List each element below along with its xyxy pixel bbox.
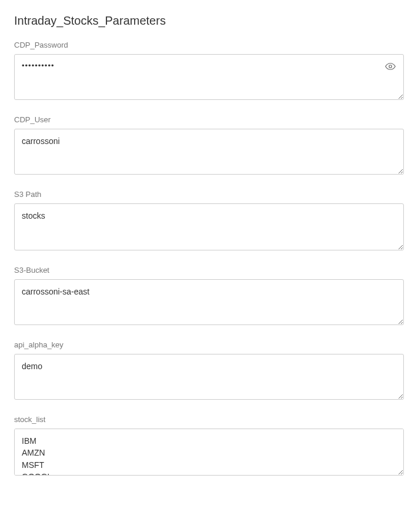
field-s3-bucket: S3-Bucket [14, 266, 404, 327]
input-api-alpha-key[interactable] [14, 354, 404, 400]
field-stock-list: stock_list [14, 415, 404, 478]
input-stock-list[interactable] [14, 429, 404, 476]
input-cdp-user[interactable] [14, 129, 404, 175]
svg-point-0 [389, 65, 392, 68]
input-s3-path[interactable] [14, 203, 404, 250]
label-s3-bucket: S3-Bucket [14, 266, 404, 275]
label-stock-list: stock_list [14, 415, 404, 424]
field-cdp-user: CDP_User [14, 115, 404, 177]
label-cdp-user: CDP_User [14, 115, 404, 124]
field-cdp-password: CDP_Password [14, 41, 404, 102]
input-wrapper-cdp-password [14, 54, 404, 102]
field-s3-path: S3 Path [14, 190, 404, 253]
label-s3-path: S3 Path [14, 190, 404, 199]
eye-icon[interactable] [385, 61, 396, 72]
input-s3-bucket[interactable] [14, 279, 404, 325]
label-api-alpha-key: api_alpha_key [14, 340, 404, 349]
field-api-alpha-key: api_alpha_key [14, 340, 404, 402]
input-cdp-password[interactable] [14, 54, 404, 100]
page-title: Intraday_Stocks_Parameters [14, 14, 404, 28]
label-cdp-password: CDP_Password [14, 41, 404, 49]
parameters-form: Intraday_Stocks_Parameters CDP_Password … [0, 0, 418, 505]
